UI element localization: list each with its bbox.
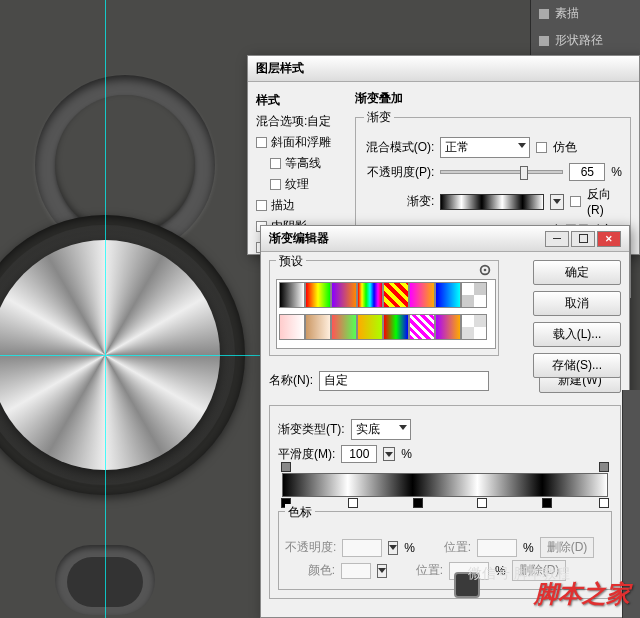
preset-swatch[interactable] bbox=[383, 282, 409, 308]
save-button[interactable]: 存储(S)... bbox=[533, 353, 621, 378]
dialog-titlebar[interactable]: 图层样式 bbox=[248, 56, 639, 82]
preset-swatch[interactable] bbox=[461, 314, 487, 340]
canvas bbox=[0, 0, 260, 618]
dither-checkbox[interactable] bbox=[536, 142, 547, 153]
dropdown-icon[interactable] bbox=[388, 541, 398, 555]
panel-row[interactable]: 素描 bbox=[531, 0, 640, 27]
load-button[interactable]: 载入(L)... bbox=[533, 322, 621, 347]
stop-color-swatch[interactable] bbox=[341, 563, 371, 579]
watermark: 脚本之家 bbox=[534, 578, 630, 610]
opacity-stop[interactable] bbox=[599, 462, 609, 472]
blend-options-row[interactable]: 混合选项:自定 bbox=[256, 111, 347, 132]
preset-swatch[interactable] bbox=[357, 314, 383, 340]
smoothness-dropdown[interactable] bbox=[383, 447, 395, 461]
dropdown-icon[interactable] bbox=[377, 564, 387, 578]
smoothness-value[interactable]: 100 bbox=[341, 445, 377, 463]
reverse-label: 反向(R) bbox=[587, 186, 622, 217]
bevel-row[interactable]: 斜面和浮雕 bbox=[256, 132, 347, 153]
pct: % bbox=[404, 541, 415, 555]
color-stop[interactable] bbox=[413, 498, 423, 508]
color-stop[interactable] bbox=[477, 498, 487, 508]
preset-swatch[interactable] bbox=[279, 314, 305, 340]
preset-swatch[interactable] bbox=[357, 282, 383, 308]
section-title: 渐变叠加 bbox=[355, 90, 631, 107]
path-icon bbox=[539, 36, 549, 46]
presets-group: 预设 bbox=[269, 260, 499, 356]
gradient-label: 渐变: bbox=[364, 193, 434, 210]
gradient-swatch[interactable] bbox=[440, 194, 544, 210]
stop-position-label: 位置: bbox=[393, 562, 443, 579]
stops-label: 色标 bbox=[285, 504, 315, 521]
opacity-label: 不透明度(P): bbox=[364, 164, 434, 181]
pct: % bbox=[523, 541, 534, 555]
blend-mode-select[interactable]: 正常 bbox=[440, 137, 530, 158]
gradient-editor-dialog: 渐变编辑器 预设 确定 取消 载入(L)... 存储(S)... 名称(N): … bbox=[260, 225, 630, 618]
stop-position-label: 位置: bbox=[421, 539, 471, 556]
checkbox[interactable] bbox=[256, 200, 267, 211]
dialog-title: 渐变编辑器 bbox=[269, 230, 329, 247]
fieldset-label: 渐变 bbox=[364, 109, 394, 126]
stop-position-input[interactable] bbox=[477, 539, 517, 557]
panel-label: 形状路径 bbox=[555, 32, 603, 49]
stop-opacity-label: 不透明度: bbox=[285, 539, 336, 556]
opacity-slider[interactable] bbox=[440, 170, 563, 174]
pct-label: % bbox=[611, 165, 622, 179]
ok-button[interactable]: 确定 bbox=[533, 260, 621, 285]
close-button[interactable] bbox=[597, 231, 621, 247]
guide-vertical[interactable] bbox=[105, 0, 106, 618]
gradient-bar[interactable] bbox=[282, 473, 608, 497]
svg-point-1 bbox=[484, 269, 487, 272]
preset-swatch[interactable] bbox=[331, 314, 357, 340]
cancel-button[interactable]: 取消 bbox=[533, 291, 621, 316]
gear-icon[interactable] bbox=[478, 263, 492, 277]
preset-swatch[interactable] bbox=[435, 314, 461, 340]
name-input[interactable] bbox=[319, 371, 489, 391]
checkbox[interactable] bbox=[270, 179, 281, 190]
texture-row[interactable]: 纹理 bbox=[256, 174, 347, 195]
styles-header[interactable]: 样式 bbox=[256, 90, 347, 111]
presets-label: 预设 bbox=[276, 253, 306, 270]
reverse-checkbox[interactable] bbox=[570, 196, 581, 207]
layer-icon bbox=[539, 9, 549, 19]
stroke-row[interactable]: 描边 bbox=[256, 195, 347, 216]
opacity-value[interactable]: 65 bbox=[569, 163, 605, 181]
blend-mode-label: 混合模式(O): bbox=[364, 139, 434, 156]
gradient-type-label: 渐变类型(T): bbox=[278, 421, 345, 438]
color-stop[interactable] bbox=[542, 498, 552, 508]
color-stop[interactable] bbox=[348, 498, 358, 508]
checkbox[interactable] bbox=[256, 137, 267, 148]
preset-swatch[interactable] bbox=[435, 282, 461, 308]
preset-swatch[interactable] bbox=[409, 282, 435, 308]
right-panel: 素描 形状路径 bbox=[530, 0, 640, 55]
stop-opacity-input[interactable] bbox=[342, 539, 382, 557]
gradient-type-select[interactable]: 实底 bbox=[351, 419, 411, 440]
preset-swatch[interactable] bbox=[305, 282, 331, 308]
contour-row[interactable]: 等高线 bbox=[256, 153, 347, 174]
preset-swatch[interactable] bbox=[383, 314, 409, 340]
preset-swatch[interactable] bbox=[305, 314, 331, 340]
delete-stop-button[interactable]: 删除(D) bbox=[540, 537, 595, 558]
panel-label: 素描 bbox=[555, 5, 579, 22]
dialog-title: 图层样式 bbox=[256, 60, 304, 77]
preset-swatch[interactable] bbox=[461, 282, 487, 308]
name-label: 名称(N): bbox=[269, 372, 313, 389]
pct-label: % bbox=[401, 447, 412, 461]
minimize-button[interactable] bbox=[545, 231, 569, 247]
preset-swatch[interactable] bbox=[279, 282, 305, 308]
dither-label: 仿色 bbox=[553, 139, 577, 156]
panel-row[interactable]: 形状路径 bbox=[531, 27, 640, 54]
color-stop[interactable] bbox=[599, 498, 609, 508]
stop-color-label: 颜色: bbox=[285, 562, 335, 579]
preset-grid bbox=[276, 279, 496, 349]
maximize-button[interactable] bbox=[571, 231, 595, 247]
dialog-titlebar[interactable]: 渐变编辑器 bbox=[261, 226, 629, 252]
preset-swatch[interactable] bbox=[409, 314, 435, 340]
opacity-stop[interactable] bbox=[281, 462, 291, 472]
preset-swatch[interactable] bbox=[331, 282, 357, 308]
checkbox[interactable] bbox=[270, 158, 281, 169]
smoothness-label: 平滑度(M): bbox=[278, 446, 335, 463]
gradient-dropdown[interactable] bbox=[550, 194, 564, 210]
guide-horizontal[interactable] bbox=[0, 355, 260, 356]
